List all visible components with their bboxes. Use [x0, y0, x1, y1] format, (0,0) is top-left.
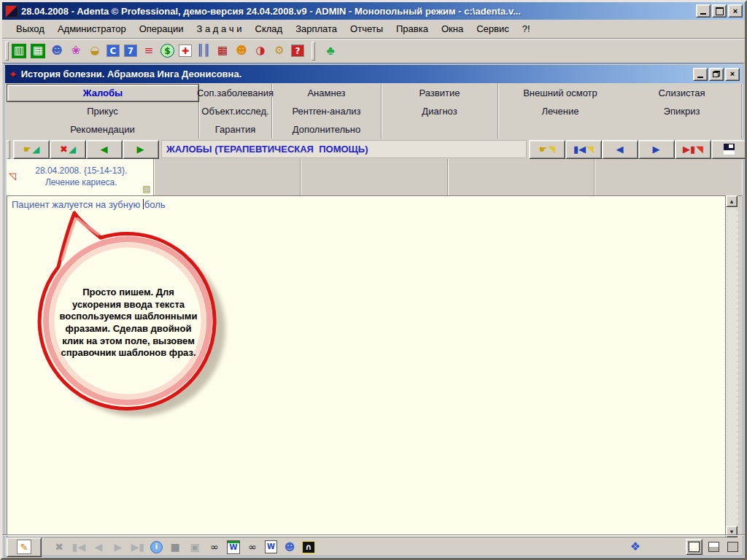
- clover-icon[interactable]: ♣: [321, 42, 340, 61]
- record-item-empty[interactable]: [595, 159, 742, 195]
- next-disabled-icon[interactable]: ▶: [111, 540, 125, 554]
- menu-item[interactable]: З а д а ч и: [190, 21, 249, 36]
- first-aid-icon[interactable]: ✚: [179, 44, 192, 57]
- prev-record-button[interactable]: ◀: [602, 140, 638, 159]
- record-item-current[interactable]: ◹ 28.04.2008. {15-14-13}. Лечение кариес…: [7, 159, 154, 195]
- tab[interactable]: Рентген-анализ: [272, 102, 382, 120]
- tab[interactable]: Эпикриз: [622, 102, 742, 120]
- barcode-icon[interactable]: ║║: [196, 44, 211, 58]
- staff-icon[interactable]: ☻: [234, 44, 249, 58]
- tab[interactable]: Развитие: [382, 84, 498, 102]
- confirm-entry-button[interactable]: ☛ ◥: [529, 140, 565, 159]
- cut-disabled-icon[interactable]: ✖: [52, 540, 66, 554]
- inner-titlebar: ✦ История болезни. Абрамова Инга Деонисо…: [5, 65, 742, 83]
- menu-item[interactable]: Операции: [133, 21, 190, 36]
- view-full-icon: [689, 542, 700, 552]
- record-item-empty[interactable]: [301, 159, 448, 195]
- section-label: ЖАЛОБЫ (ТЕРАПЕВТИЧЕСКАЯ ПОМОЩЬ): [161, 140, 527, 158]
- nav-grip[interactable]: [7, 140, 10, 159]
- minimize-button[interactable]: [696, 4, 711, 18]
- search-word2-icon[interactable]: ∞: [245, 540, 260, 554]
- inner-restore-button[interactable]: [709, 68, 724, 81]
- menu-item[interactable]: Склад: [249, 21, 290, 36]
- card-file-icon[interactable]: ▥: [12, 44, 26, 58]
- last-disabled-icon[interactable]: ▶▮: [131, 540, 145, 554]
- record-item-empty[interactable]: [154, 159, 301, 195]
- tab[interactable]: Соп.заболевания: [199, 84, 272, 102]
- tab[interactable]: [622, 120, 742, 139]
- button-glyph: ✖: [60, 144, 68, 154]
- menu-item[interactable]: ?!: [516, 21, 537, 36]
- tab[interactable]: Внешний осмотр: [498, 84, 622, 102]
- confirm-record-button[interactable]: ☛ ◢: [13, 140, 50, 159]
- menu-item[interactable]: Отчеты: [344, 21, 390, 36]
- tab[interactable]: Лечение: [498, 102, 622, 120]
- record-item-empty[interactable]: [448, 159, 595, 195]
- first-disabled-icon[interactable]: ▮◀: [71, 540, 86, 554]
- save-record-button[interactable]: [711, 140, 747, 159]
- tab[interactable]: Прикус: [7, 102, 199, 120]
- view-full-button[interactable]: [686, 539, 703, 555]
- stop-disabled-icon[interactable]: ■: [168, 540, 182, 554]
- tab[interactable]: Анамнез: [272, 84, 382, 102]
- finance-dollar-icon[interactable]: $: [160, 44, 174, 58]
- menu-item[interactable]: Выход: [9, 21, 51, 36]
- scroll-up-button[interactable]: ▲: [726, 195, 738, 207]
- button-glyph: ☛: [539, 144, 548, 154]
- tooth-card-icon[interactable]: ∩: [302, 541, 315, 553]
- word-doc-icon[interactable]: W: [265, 540, 277, 553]
- cashbox-icon[interactable]: ▦: [215, 44, 230, 58]
- pinwheel-icon[interactable]: ❖: [628, 540, 643, 554]
- next-record-button[interactable]: ▶: [638, 140, 675, 159]
- tab[interactable]: Диагноз: [382, 102, 498, 120]
- calendar-c-icon[interactable]: C: [107, 44, 120, 57]
- word-window-icon[interactable]: W: [227, 540, 240, 554]
- search-word-icon[interactable]: ∞: [207, 540, 222, 554]
- next-template-button[interactable]: ▶: [123, 140, 159, 159]
- info-icon[interactable]: i: [150, 541, 163, 553]
- tab[interactable]: Рекомендации: [7, 120, 199, 139]
- inner-close-button[interactable]: ×: [725, 68, 740, 81]
- tab[interactable]: Гарантия: [199, 120, 272, 139]
- close-button[interactable]: ×: [728, 4, 743, 18]
- inner-minimize-button[interactable]: [693, 68, 708, 81]
- record-strip: ◹ 28.04.2008. {15-14-13}. Лечение кариес…: [7, 159, 742, 196]
- view-other-button[interactable]: [725, 540, 740, 554]
- delete-record-button[interactable]: ✖ ◢: [50, 140, 86, 159]
- prev-template-button[interactable]: ◀: [86, 140, 123, 159]
- menu-item[interactable]: Окна: [435, 21, 470, 36]
- menu-item[interactable]: Администратор: [51, 21, 133, 36]
- send-patients-icon[interactable]: ☻: [282, 540, 297, 554]
- tab[interactable]: Дополнительно: [272, 120, 382, 139]
- tab[interactable]: [498, 120, 622, 139]
- tab[interactable]: [382, 120, 498, 139]
- last-record-button[interactable]: ▶▮ ◥: [675, 140, 711, 159]
- view-split-button[interactable]: [706, 540, 721, 554]
- paste-disabled-icon[interactable]: ▣: [187, 540, 202, 554]
- toolbar-grip[interactable]: [5, 42, 9, 61]
- balloons-icon[interactable]: ❀: [69, 44, 83, 58]
- toolbar-grip-2[interactable]: [311, 42, 315, 61]
- menu-item[interactable]: Сервис: [470, 21, 516, 36]
- maximize-button[interactable]: [712, 4, 727, 18]
- first-record-button[interactable]: ▮◀ ◥: [565, 140, 602, 159]
- vertical-scrollbar[interactable]: ▲ ▼: [725, 195, 738, 537]
- tab[interactable]: Жалобы: [7, 84, 199, 102]
- patients-icon[interactable]: ☻: [50, 44, 64, 58]
- edit-note-button[interactable]: ✎: [7, 537, 42, 557]
- menu-item[interactable]: Правка: [390, 21, 435, 36]
- settings-gear-icon[interactable]: ⚙: [272, 44, 287, 58]
- reports-pie-icon[interactable]: ◑: [253, 44, 268, 58]
- view-split-icon: [708, 542, 719, 552]
- prev-disabled-icon[interactable]: ◀: [91, 540, 106, 554]
- menu-item[interactable]: Зарплата: [289, 21, 344, 36]
- record-nav-row: ☛ ◢ ✖ ◢ ◀ ▶ ЖАЛОБЫ (ТЕРАПЕВТИЧЕСКАЯ ПОМО…: [4, 139, 747, 159]
- schedule-grid-icon[interactable]: ▦: [31, 44, 45, 58]
- flag-stripes-icon[interactable]: ≡: [142, 44, 156, 58]
- tab[interactable]: Объект.исслед.: [199, 102, 272, 120]
- help-mail-icon[interactable]: ?: [291, 44, 304, 57]
- minimize-icon: [700, 13, 706, 15]
- tab[interactable]: Слизистая: [622, 84, 742, 102]
- timetable-clock-icon[interactable]: ◒: [88, 44, 102, 58]
- calendar-7-icon[interactable]: 7: [124, 44, 137, 57]
